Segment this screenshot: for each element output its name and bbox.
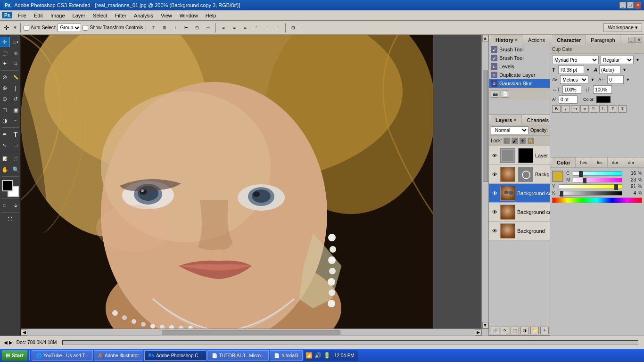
- menu-view[interactable]: View: [157, 12, 176, 19]
- tray-network-icon[interactable]: 📶: [305, 352, 313, 359]
- char-min-btn[interactable]: _: [628, 37, 635, 43]
- menu-file[interactable]: File: [14, 12, 30, 19]
- lock-move-icon[interactable]: ✛: [520, 138, 526, 144]
- taskbar-item-photoshop[interactable]: Ps Adobe Photoshop C...: [144, 350, 206, 361]
- align-hcenter-btn[interactable]: ⊟: [192, 23, 202, 33]
- tray-battery-icon[interactable]: 🔋: [323, 352, 330, 359]
- underline-btn[interactable]: T: [609, 105, 617, 113]
- type-tool[interactable]: T: [10, 129, 21, 140]
- screen-mode-btn[interactable]: ⛶: [5, 214, 16, 224]
- strikethrough-btn[interactable]: T: [618, 105, 627, 113]
- gradient-tool[interactable]: ▣: [10, 105, 21, 115]
- k-slider-thumb[interactable]: [560, 191, 563, 197]
- baseline-input[interactable]: [559, 95, 578, 104]
- eraser-tool[interactable]: ◻: [0, 105, 10, 115]
- clone-tool[interactable]: ⊙: [0, 94, 10, 104]
- menu-edit[interactable]: Edit: [30, 12, 47, 19]
- menu-window[interactable]: Window: [176, 12, 202, 19]
- layer-visibility-background[interactable]: 👁: [491, 227, 498, 235]
- tab-styles[interactable]: les: [592, 157, 608, 167]
- maximize-button[interactable]: □: [627, 2, 634, 8]
- workspace-button[interactable]: Workspace ▾: [603, 23, 642, 32]
- marquee-tool[interactable]: ⬚: [0, 48, 10, 58]
- tab-channels[interactable]: Channels: [522, 115, 553, 125]
- taskbar-item-tutorial[interactable]: 📄 TUTORIAL3 - Micro...: [207, 350, 269, 361]
- title-bar-controls[interactable]: _ □ ✕: [619, 2, 641, 8]
- tab-histogram[interactable]: am: [623, 157, 639, 167]
- eyedropper-tool[interactable]: ⊘: [0, 72, 10, 82]
- crop-tool[interactable]: ⌗: [10, 58, 21, 69]
- leading-input[interactable]: [599, 66, 620, 74]
- standard-mode-btn[interactable]: □: [0, 200, 10, 211]
- c-slider-thumb[interactable]: [579, 171, 583, 177]
- tab-actions[interactable]: Actions: [523, 35, 550, 45]
- auto-select-dropdown[interactable]: Group Layer: [58, 24, 81, 32]
- audio-tool[interactable]: 🎵: [10, 154, 21, 164]
- layer-visibility-bg[interactable]: 👁: [491, 171, 498, 178]
- history-brush-tool[interactable]: ↺: [10, 94, 21, 104]
- scale-v-input[interactable]: [593, 85, 612, 94]
- scroll-right-btn[interactable]: ▶: [475, 329, 481, 336]
- dist-left-btn[interactable]: ⫶: [251, 23, 261, 33]
- layer-link-btn[interactable]: 🔗: [491, 327, 499, 334]
- v-scrollbar[interactable]: ▲ ▼: [481, 35, 488, 329]
- h-scrollbar[interactable]: ◀ ▶: [21, 329, 481, 336]
- y-slider-track[interactable]: [559, 184, 622, 189]
- v-scroll-thumb[interactable]: [483, 70, 488, 182]
- kerning-arrow[interactable]: ▼: [590, 77, 594, 82]
- fg-color-swatch[interactable]: [552, 171, 563, 182]
- dist-bottom-btn[interactable]: ≡: [240, 23, 250, 33]
- font-size-input[interactable]: [558, 66, 584, 74]
- superscript-btn[interactable]: T⁺: [590, 105, 598, 113]
- history-snapshot-btn[interactable]: 📷: [491, 90, 499, 98]
- layer-visibility-bgcopy2[interactable]: 👁: [491, 208, 498, 216]
- tab-swatches[interactable]: hes: [576, 157, 593, 167]
- y-slider-thumb[interactable]: [614, 184, 618, 190]
- quickmask-btn[interactable]: ⬙: [10, 200, 21, 211]
- tab-paragraph[interactable]: Paragraph: [586, 35, 620, 45]
- k-slider-track[interactable]: [559, 191, 622, 196]
- lasso-tool[interactable]: ⌾: [10, 48, 21, 58]
- uppercase-btn[interactable]: TT: [571, 105, 579, 113]
- hand-tool[interactable]: ✋: [0, 165, 10, 175]
- layer-visibility-bgcopy3[interactable]: 👁: [491, 189, 498, 197]
- layer-adjustment-btn[interactable]: ◑: [520, 327, 529, 334]
- artboard-tool[interactable]: ⬚▾: [10, 37, 21, 47]
- main-color-swatch[interactable]: [552, 171, 563, 182]
- history-close[interactable]: ✕: [514, 38, 518, 42]
- scroll-down-btn[interactable]: ▼: [482, 322, 488, 329]
- layer-fx-btn[interactable]: fx: [501, 327, 509, 334]
- dist-top-btn[interactable]: ≡: [219, 23, 228, 33]
- kerning-dropdown[interactable]: Metrics Optical 0: [560, 75, 588, 84]
- tracking-arrow[interactable]: ▼: [626, 77, 630, 82]
- dodge-tool[interactable]: ◑: [0, 115, 10, 126]
- tracking-input[interactable]: [607, 75, 624, 84]
- char-close-btn[interactable]: ✕: [636, 37, 642, 43]
- align-right-btn[interactable]: ⊣: [203, 23, 213, 33]
- tab-info[interactable]: itor: [608, 157, 624, 167]
- tray-volume-icon[interactable]: 🔊: [314, 352, 322, 359]
- tab-character[interactable]: Character: [552, 35, 586, 45]
- layer-visibility-1[interactable]: 👁: [491, 152, 498, 159]
- align-left-btn[interactable]: ⊢: [182, 23, 191, 33]
- layers-close[interactable]: ✕: [513, 118, 517, 123]
- scroll-up-btn[interactable]: ▲: [482, 35, 488, 41]
- align-vcenter-btn[interactable]: ⊞: [160, 23, 169, 33]
- layer-mask-btn[interactable]: ⬚: [511, 327, 519, 334]
- taskbar-item-tutorial3[interactable]: 📄 tutorial3: [270, 350, 303, 361]
- taskbar-item-illustrator[interactable]: Ai Adobe Illustrator: [94, 350, 143, 361]
- menu-filter[interactable]: Filter: [111, 12, 130, 19]
- foreground-color-box[interactable]: [2, 180, 13, 191]
- h-scroll-thumb[interactable]: [162, 330, 341, 335]
- start-button[interactable]: ⊞ Start: [2, 350, 27, 361]
- lock-paint-icon[interactable]: 🖌: [512, 138, 518, 144]
- italic-btn[interactable]: I: [561, 105, 570, 113]
- bold-btn[interactable]: B: [552, 105, 561, 113]
- lock-pixels-icon[interactable]: ⬚: [504, 138, 510, 144]
- m-slider-track[interactable]: [573, 178, 622, 182]
- status-arrows[interactable]: ◀ ▶: [4, 340, 13, 345]
- layer-new-btn[interactable]: +: [540, 327, 549, 334]
- auto-select-checkbox[interactable]: [24, 25, 29, 31]
- move-tool-btn[interactable]: ✛: [2, 23, 11, 33]
- scale-h-input[interactable]: [562, 85, 581, 94]
